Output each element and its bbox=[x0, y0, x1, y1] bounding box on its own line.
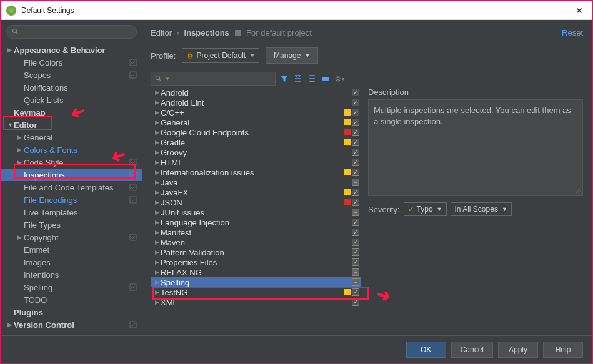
apply-button[interactable]: Apply bbox=[498, 342, 538, 358]
sidebar-item-label: Version Control bbox=[14, 320, 74, 330]
inspection-checkbox[interactable] bbox=[352, 258, 359, 266]
severity-swatch bbox=[344, 239, 351, 245]
sidebar-item-inspections[interactable]: Inspections bbox=[1, 169, 142, 181]
inspection-item-manifest[interactable]: ▶Manifest bbox=[151, 227, 361, 237]
sidebar-item-quick-lists[interactable]: Quick Lists bbox=[1, 94, 142, 106]
sidebar-item-emmet[interactable]: Emmet bbox=[1, 243, 142, 256]
svg-rect-7 bbox=[130, 197, 136, 203]
inspection-checkbox[interactable] bbox=[352, 298, 359, 306]
inspection-checkbox[interactable] bbox=[352, 239, 359, 246]
sidebar-item-scopes[interactable]: Scopes bbox=[1, 69, 142, 81]
sidebar-item-plugins[interactable]: Plugins bbox=[1, 306, 142, 318]
tree-arrow-icon: ▶ bbox=[153, 229, 161, 235]
inspection-checkbox[interactable] bbox=[352, 169, 359, 176]
settings-gear-icon[interactable]: ▾ bbox=[334, 74, 344, 84]
inspection-item-groovy[interactable]: ▶Groovy bbox=[151, 147, 361, 157]
reset-defaults-icon[interactable] bbox=[321, 74, 331, 84]
sidebar-search-input[interactable] bbox=[6, 25, 137, 39]
inspection-checkbox[interactable] bbox=[352, 209, 359, 216]
inspection-item-relax-ng[interactable]: ▶RELAX NG bbox=[151, 267, 361, 277]
inspection-item-testng[interactable]: ▶TestNG bbox=[151, 287, 361, 297]
inspection-search-input[interactable]: ▼ bbox=[151, 72, 276, 86]
close-icon[interactable]: ✕ bbox=[572, 6, 587, 16]
sidebar-item-file-colors[interactable]: File Colors bbox=[1, 56, 142, 69]
tree-arrow-icon: ▶ bbox=[153, 219, 161, 225]
inspection-checkbox[interactable] bbox=[352, 139, 359, 146]
sidebar-item-spelling[interactable]: Spelling bbox=[1, 281, 142, 293]
inspection-item-javafx[interactable]: ▶JavaFX bbox=[151, 187, 361, 197]
inspection-checkbox[interactable] bbox=[352, 189, 359, 196]
window-title: Default Settings bbox=[21, 6, 572, 15]
sidebar-item-file-and-code-templates[interactable]: File and Code Templates bbox=[1, 181, 142, 194]
inspection-item-android-lint[interactable]: ▶Android Lint bbox=[151, 97, 361, 107]
inspection-item-json[interactable]: ▶JSON bbox=[151, 197, 361, 207]
collapse-all-icon[interactable] bbox=[307, 74, 317, 84]
inspection-item-maven[interactable]: ▶Maven bbox=[151, 237, 361, 247]
severity-select[interactable]: ✓ Typo ▼ bbox=[404, 202, 447, 216]
inspection-checkbox[interactable] bbox=[352, 219, 359, 226]
sidebar-item-intentions[interactable]: Intentions bbox=[1, 268, 142, 281]
sidebar-item-label: Colors & Fonts bbox=[24, 145, 77, 155]
inspection-checkbox[interactable] bbox=[352, 179, 359, 186]
sidebar-item-version-control[interactable]: ▶Version Control bbox=[1, 318, 142, 331]
reset-link[interactable]: Reset bbox=[562, 28, 583, 37]
inspection-checkbox[interactable] bbox=[352, 159, 359, 166]
scope-select[interactable]: In All Scopes ▼ bbox=[451, 202, 512, 216]
resize-grip-icon[interactable] bbox=[575, 188, 581, 194]
inspection-item-pattern-validation[interactable]: ▶Pattern Validation bbox=[151, 247, 361, 257]
severity-swatch bbox=[344, 209, 351, 215]
description-label: Description bbox=[368, 87, 583, 97]
chevron-down-icon: ▼ bbox=[249, 52, 255, 59]
filter-icon[interactable] bbox=[279, 74, 289, 84]
inspection-checkbox[interactable] bbox=[352, 248, 359, 256]
help-button[interactable]: Help bbox=[543, 342, 583, 358]
svg-rect-9 bbox=[130, 284, 136, 290]
ok-button[interactable]: OK bbox=[406, 342, 446, 358]
inspection-item-spelling[interactable]: ▶Spelling bbox=[151, 277, 361, 287]
inspection-checkbox[interactable] bbox=[352, 119, 359, 126]
svg-line-1 bbox=[16, 32, 18, 34]
sidebar-item-code-style[interactable]: ▶Code Style bbox=[1, 156, 142, 169]
expand-all-icon[interactable] bbox=[293, 74, 303, 84]
inspection-item-junit-issues[interactable]: ▶JUnit issues bbox=[151, 207, 361, 217]
profile-select[interactable]: Project Default ▼ bbox=[182, 48, 259, 63]
sidebar-item-colors-fonts[interactable]: ▶Colors & Fonts bbox=[1, 144, 142, 156]
sidebar-item-file-encodings[interactable]: File Encodings bbox=[1, 194, 142, 206]
sidebar-item-file-types[interactable]: File Types bbox=[1, 219, 142, 231]
sidebar-item-appearance-behavior[interactable]: ▶Appearance & Behavior bbox=[1, 44, 142, 56]
inspection-item-android[interactable]: ▶Android bbox=[151, 87, 361, 97]
inspection-checkbox[interactable] bbox=[352, 229, 359, 236]
sidebar-item-copyright[interactable]: ▶Copyright bbox=[1, 231, 142, 243]
inspection-item-google-cloud-endpoints[interactable]: ▶Google Cloud Endpoints bbox=[151, 127, 361, 137]
inspection-checkbox[interactable] bbox=[352, 129, 359, 136]
inspection-item-java[interactable]: ▶Java bbox=[151, 177, 361, 187]
inspection-item-general[interactable]: ▶General bbox=[151, 117, 361, 127]
sidebar-item-images[interactable]: Images bbox=[1, 256, 142, 268]
inspection-item-xml[interactable]: ▶XML bbox=[151, 297, 361, 307]
sidebar-item-keymap[interactable]: Keymap bbox=[1, 106, 142, 119]
sidebar-item-general[interactable]: ▶General bbox=[1, 131, 142, 144]
sidebar-item-todo[interactable]: TODO bbox=[1, 293, 142, 306]
inspection-item-c-c-[interactable]: ▶C/C++ bbox=[151, 107, 361, 117]
inspection-checkbox[interactable] bbox=[352, 99, 359, 106]
inspection-item-html[interactable]: ▶HTML bbox=[151, 157, 361, 167]
inspection-checkbox[interactable] bbox=[352, 268, 359, 276]
inspection-item-properties-files[interactable]: ▶Properties Files bbox=[151, 257, 361, 267]
inspection-checkbox[interactable] bbox=[352, 278, 359, 286]
inspection-checkbox[interactable] bbox=[352, 288, 359, 296]
sidebar-item-live-templates[interactable]: Live Templates bbox=[1, 206, 142, 219]
inspection-item-internationalization-issues[interactable]: ▶Internationalization issues bbox=[151, 167, 361, 177]
inspection-item-gradle[interactable]: ▶Gradle bbox=[151, 137, 361, 147]
inspection-tree: ▶Android▶Android Lint▶C/C++▶General▶Goog… bbox=[151, 87, 361, 330]
cancel-button[interactable]: Cancel bbox=[451, 342, 493, 358]
sidebar-item-editor[interactable]: ▼Editor bbox=[1, 119, 142, 131]
inspection-checkbox[interactable] bbox=[352, 199, 359, 206]
inspection-item-language-injection[interactable]: ▶Language Injection bbox=[151, 217, 361, 227]
inspection-checkbox[interactable] bbox=[352, 89, 359, 96]
sidebar-item-build-execution-depl-[interactable]: ▶Build, Execution, Depl… bbox=[1, 331, 142, 335]
sidebar-item-notifications[interactable]: Notifications bbox=[1, 81, 142, 94]
svg-rect-5 bbox=[130, 172, 136, 178]
manage-button[interactable]: Manage ▼ bbox=[266, 47, 318, 64]
inspection-checkbox[interactable] bbox=[352, 149, 359, 156]
inspection-checkbox[interactable] bbox=[352, 109, 359, 116]
